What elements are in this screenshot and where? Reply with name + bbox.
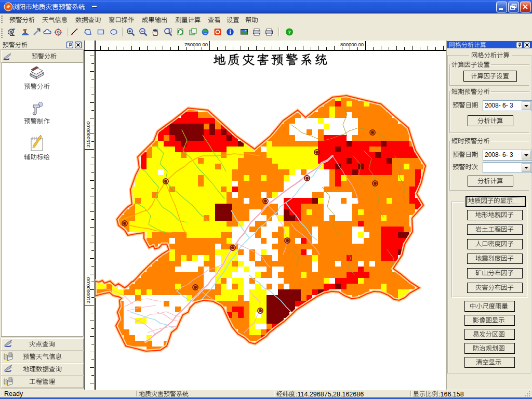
svg-text:?: ? [288, 29, 291, 35]
svg-text:3150000.00: 3150000.00 [85, 122, 91, 148]
svg-text:750000.00: 750000.00 [184, 42, 208, 47]
svg-text:3100000.00: 3100000.00 [85, 277, 91, 303]
svg-text:800000.00: 800000.00 [340, 42, 364, 47]
